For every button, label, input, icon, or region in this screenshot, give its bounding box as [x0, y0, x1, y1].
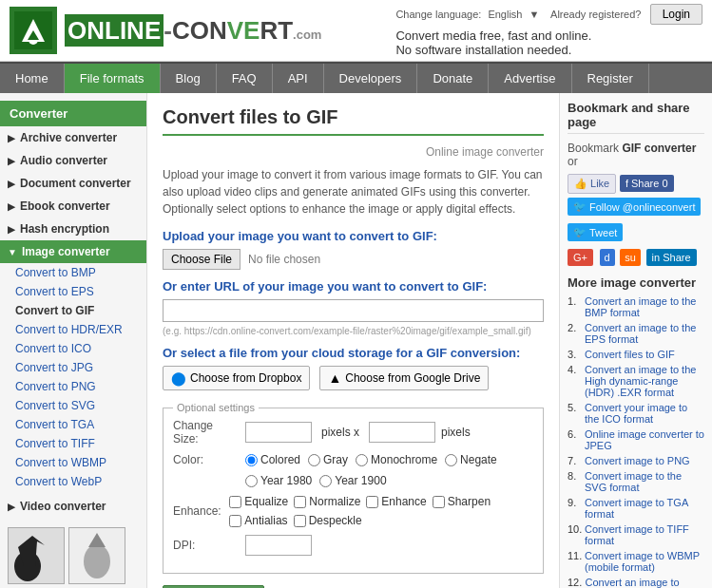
enhance-antialias[interactable]: Antialias: [229, 514, 287, 527]
more-item-tga[interactable]: Convert image to TGA format: [585, 497, 704, 520]
color-options: Colored Gray Monochrome Negate: [245, 453, 497, 466]
enhance-equalize[interactable]: Equalize: [229, 495, 288, 508]
height-input[interactable]: [369, 422, 435, 443]
more-item-eps[interactable]: Convert an image to the EPS format: [585, 322, 704, 345]
nav-advertise[interactable]: Advertise: [489, 64, 571, 93]
linkedin-share-btn[interactable]: in Share: [646, 249, 697, 266]
gdrive-label: Choose from Google Drive: [345, 371, 480, 385]
lang-arrow[interactable]: ▼: [529, 9, 540, 20]
more-item-wbmp[interactable]: Convert image to WBMP (mobile format): [585, 550, 704, 573]
sidebar-item-document[interactable]: ▶Document converter: [0, 172, 146, 195]
share-row: G+ d su in Share: [568, 249, 704, 266]
sidebar-sub-tiff[interactable]: Convert to TIFF: [0, 434, 146, 453]
logo-online: ONLINE: [65, 14, 164, 47]
more-item-gif[interactable]: Convert files to GIF: [585, 349, 675, 360]
list-item: Convert your image to the ICO format: [568, 402, 704, 425]
nav-faq[interactable]: FAQ: [217, 64, 273, 93]
url-label: Or enter URL of your image you want to c…: [163, 279, 544, 294]
no-file-text: No file chosen: [248, 253, 320, 266]
page-title: Convert files to GIF: [163, 106, 544, 136]
sidebar-image-label: Image converter: [22, 245, 110, 258]
width-input[interactable]: [245, 422, 312, 443]
lang-label: Change language:: [395, 9, 481, 20]
choose-file-button[interactable]: Choose File: [163, 249, 241, 270]
color-colored[interactable]: Colored: [245, 453, 300, 466]
more-item-ico[interactable]: Convert your image to the ICO format: [585, 402, 704, 425]
year-options: Year 1980 Year 1900: [245, 474, 387, 487]
twitter-follow-btn[interactable]: 🐦 Follow @onlineconvert: [568, 198, 701, 216]
nav-donate[interactable]: Donate: [417, 64, 489, 93]
change-size-label: Change Size:: [173, 419, 240, 446]
nav-developers[interactable]: Developers: [324, 64, 418, 93]
fb-share-btn[interactable]: f Share 0: [620, 175, 674, 192]
sidebar-sub-eps[interactable]: Convert to EPS: [0, 282, 146, 301]
year-1980[interactable]: Year 1980: [245, 474, 312, 487]
sidebar-sub-wbmp[interactable]: Convert to WBMP: [0, 453, 146, 472]
nav-register[interactable]: Register: [572, 64, 649, 93]
sidebar-sub-hdr[interactable]: Convert to HDR/EXR: [0, 320, 146, 339]
sidebar-document-label: Document converter: [20, 177, 131, 190]
su-btn[interactable]: su: [620, 249, 641, 266]
sidebar-thumb-2: [68, 527, 125, 584]
more-item-bmp[interactable]: Convert an image to the BMP format: [585, 295, 704, 318]
sidebar-sub-png[interactable]: Convert to PNG: [0, 377, 146, 396]
upload-label: Upload your image you want to convert to…: [163, 229, 544, 243]
year-1900[interactable]: Year 1900: [319, 474, 386, 487]
url-input[interactable]: [163, 299, 544, 322]
sidebar-item-video[interactable]: ▶Video converter: [0, 495, 146, 518]
nav-blog[interactable]: Blog: [161, 64, 217, 93]
delicious-btn[interactable]: d: [600, 249, 615, 266]
sidebar-sub-bmp[interactable]: Convert to BMP: [0, 263, 146, 282]
fb-like-btn[interactable]: 👍 Like: [568, 174, 616, 194]
color-gray[interactable]: Gray: [308, 453, 348, 466]
lang-value: English: [488, 9, 522, 20]
sidebar-sub-gif[interactable]: Convert to GIF: [0, 301, 146, 320]
more-list: Convert an image to the BMP format Conve…: [568, 295, 704, 588]
sidebar-sub-tga[interactable]: Convert to TGA: [0, 415, 146, 434]
lang-bar: Change language: English ▼ Already regis…: [395, 4, 702, 25]
sidebar-item-hash[interactable]: ▶Hash encryption: [0, 218, 146, 240]
sidebar-item-ebook[interactable]: ▶Ebook converter: [0, 195, 146, 218]
dpi-input[interactable]: [245, 535, 312, 556]
more-item-jpeg[interactable]: Online image converter to JPEG: [585, 428, 704, 451]
more-item-png[interactable]: Convert image to PNG: [585, 455, 690, 466]
logo-area: ONLINE-CONVERT.com: [10, 7, 321, 54]
enhance-sharpen[interactable]: Sharpen: [433, 495, 491, 508]
sidebar-video-label: Video converter: [20, 500, 106, 513]
nav-home[interactable]: Home: [0, 64, 65, 93]
list-item: Convert an image to the High dynamic-ran…: [568, 364, 704, 398]
more-item-tiff[interactable]: Convert image to TIFF format: [585, 523, 704, 546]
gplus-btn[interactable]: G+: [568, 249, 593, 266]
tweet-btn[interactable]: 🐦 Tweet: [568, 223, 623, 241]
enhance-enhance[interactable]: Enhance: [366, 495, 426, 508]
login-button[interactable]: Login: [650, 4, 702, 25]
dropbox-button[interactable]: ⬤ Choose from Dropbox: [163, 366, 310, 390]
gdrive-button[interactable]: ▲ Choose from Google Drive: [319, 366, 489, 390]
color-negate[interactable]: Negate: [445, 453, 497, 466]
change-size-row: Change Size: pixels x pixels: [173, 419, 533, 446]
header: ONLINE-CONVERT.com Change language: Engl…: [0, 0, 712, 62]
list-item: Convert image to PNG: [568, 455, 704, 466]
nav-file-formats[interactable]: File formats: [65, 64, 161, 93]
color-monochrome[interactable]: Monochrome: [356, 453, 437, 466]
enhance-despeckle[interactable]: Despeckle: [294, 514, 362, 527]
sidebar-sub-ico[interactable]: Convert to ICO: [0, 339, 146, 358]
more-item-webp[interactable]: Convert an image to WebP: [586, 577, 704, 588]
nav-api[interactable]: API: [273, 64, 324, 93]
sidebar-item-image[interactable]: ▼Image converter: [0, 240, 146, 263]
enhance-normalize[interactable]: Normalize: [294, 495, 360, 508]
sidebar-sub-jpg[interactable]: Convert to JPG: [0, 358, 146, 377]
more-item-svg[interactable]: Convert image to the SVG format: [585, 470, 704, 493]
sidebar-item-audio[interactable]: ▶Audio converter: [0, 149, 146, 172]
bookmark-title: Bookmark and share page: [568, 101, 704, 134]
right-panel: Bookmark and share page Bookmark GIF con…: [560, 93, 712, 588]
svg-point-8: [84, 544, 110, 579]
sidebar-item-archive[interactable]: ▶Archive converter: [0, 126, 146, 149]
cloud-row: ⬤ Choose from Dropbox ▲ Choose from Goog…: [163, 366, 544, 390]
sidebar-sub-webp[interactable]: Convert to WebP: [0, 472, 146, 491]
enhance-row: Enhance: Equalize Normalize Enhance Shar…: [173, 495, 533, 527]
sidebar-sub-svg[interactable]: Convert to SVG: [0, 396, 146, 415]
twitter-row: 🐦 Follow @onlineconvert: [568, 198, 704, 219]
sidebar-images: [0, 527, 146, 584]
more-item-hdr[interactable]: Convert an image to the High dynamic-ran…: [585, 364, 704, 398]
